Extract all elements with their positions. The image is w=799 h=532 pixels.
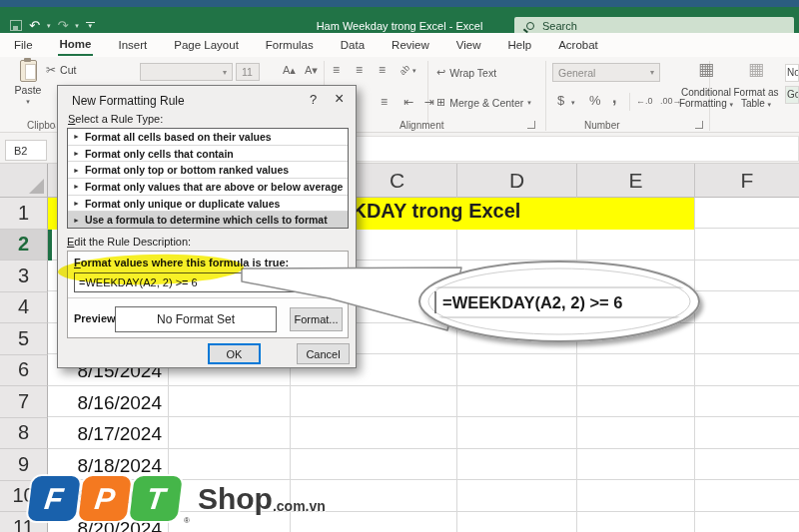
rule-type-list: ►Format all cells based on their values … bbox=[67, 128, 349, 229]
column-header-f[interactable]: F bbox=[694, 164, 799, 198]
tab-review[interactable]: Review bbox=[390, 35, 431, 55]
row-header-1[interactable]: 1 bbox=[0, 198, 48, 230]
cell-style-normal[interactable]: Normal bbox=[785, 64, 799, 82]
name-box[interactable]: B2 bbox=[5, 140, 47, 161]
number-format-select[interactable]: General ▾ bbox=[552, 63, 660, 82]
merge-dropdown-icon: ▾ bbox=[527, 99, 531, 107]
orientation-dropdown-icon[interactable]: ▾ bbox=[412, 67, 416, 75]
select-all-triangle-icon bbox=[29, 179, 44, 194]
edit-description-label: Edit the Rule Description: bbox=[67, 236, 191, 248]
row-header-6[interactable]: 6 bbox=[0, 355, 48, 387]
increase-font-icon[interactable]: A▴ bbox=[283, 64, 296, 77]
wrap-text-button[interactable]: ↩ Wrap Text bbox=[436, 66, 496, 79]
wrap-text-label: Wrap Text bbox=[449, 67, 496, 79]
undo-dropdown-icon[interactable]: ▾ bbox=[47, 22, 51, 30]
row-header-8[interactable]: 8 bbox=[0, 418, 48, 450]
tab-data[interactable]: Data bbox=[339, 35, 367, 55]
row-header-2[interactable]: 2 bbox=[0, 230, 48, 262]
rule-type-text: Format only values that are above or bel… bbox=[85, 181, 344, 193]
orientation-icon[interactable]: ab bbox=[398, 63, 411, 77]
accounting-dropdown-icon[interactable]: ▾ bbox=[571, 99, 575, 107]
fpt-shop-text: Shop bbox=[198, 482, 273, 516]
redo-dropdown-icon[interactable]: ▾ bbox=[75, 22, 79, 30]
excel-window: ↶▾ ↷▾ ▾ Ham Weekday trong Excel - Excel … bbox=[0, 0, 799, 532]
new-formatting-rule-dialog: New Formatting Rule ? × Select a Rule Ty… bbox=[57, 85, 357, 368]
search-icon bbox=[526, 22, 534, 30]
merge-center-icon: ⊞ bbox=[436, 96, 445, 109]
decrease-font-icon[interactable]: A▾ bbox=[305, 64, 318, 77]
percent-style-icon[interactable]: % bbox=[589, 93, 601, 108]
customize-toolbar-icon[interactable]: ▾ bbox=[86, 22, 95, 29]
gridline bbox=[456, 198, 457, 532]
number-format-value: General bbox=[558, 67, 595, 79]
merge-center-button[interactable]: ⊞ Merge & Center ▾ bbox=[436, 96, 531, 109]
rule-type-text: Format all cells based on their values bbox=[85, 131, 272, 143]
clipboard-group-label: Clipboard bbox=[27, 120, 56, 131]
redo-icon[interactable]: ↷ bbox=[57, 18, 68, 33]
tab-home[interactable]: Home bbox=[58, 34, 94, 56]
select-all-corner[interactable] bbox=[0, 164, 48, 198]
collapse-dialog-icon[interactable]: ↥ bbox=[326, 272, 345, 292]
row-header-4[interactable]: 4 bbox=[0, 292, 48, 324]
fpt-letter-t: T bbox=[129, 476, 183, 521]
style-normal-label: Normal bbox=[787, 67, 799, 78]
decrease-indent-icon[interactable]: ⇤ bbox=[403, 95, 413, 109]
number-dialog-launcher-icon[interactable] bbox=[695, 121, 703, 129]
row-header-3[interactable]: 3 bbox=[0, 261, 48, 292]
style-good-label: Good bbox=[787, 89, 799, 100]
tab-help[interactable]: Help bbox=[506, 35, 534, 55]
format-as-table-button[interactable]: ▦ Format as Table ▾ bbox=[727, 61, 785, 110]
alignment-dialog-launcher-icon[interactable] bbox=[527, 121, 535, 129]
cell-date-row7[interactable]: 8/16/2024 bbox=[48, 387, 166, 419]
font-size-select[interactable]: 11 bbox=[236, 63, 260, 81]
align-bottom-icon[interactable]: ≡ bbox=[379, 63, 386, 77]
rule-type-option-6-selected[interactable]: ►Use a formula to determine which cells … bbox=[68, 212, 348, 228]
cell-date-row8[interactable]: 8/17/2024 bbox=[48, 418, 166, 450]
rule-arrow-icon: ► bbox=[73, 200, 80, 207]
rule-arrow-icon: ► bbox=[73, 183, 80, 190]
rule-arrow-icon: ► bbox=[73, 133, 80, 140]
tab-insert[interactable]: Insert bbox=[116, 35, 149, 55]
tab-view[interactable]: View bbox=[454, 35, 483, 55]
align-middle-icon[interactable]: ≡ bbox=[356, 63, 363, 77]
font-size-value: 11 bbox=[242, 66, 253, 78]
cell-style-good[interactable]: Good bbox=[785, 86, 799, 104]
tab-file[interactable]: File bbox=[12, 35, 35, 55]
undo-icon[interactable]: ↶ bbox=[29, 18, 40, 33]
rule-type-option-1[interactable]: ►Format all cells based on their values bbox=[68, 129, 348, 146]
save-icon[interactable] bbox=[10, 20, 22, 31]
font-name-select[interactable]: ▾ bbox=[140, 63, 233, 81]
tab-page-layout[interactable]: Page Layout bbox=[172, 35, 241, 55]
rule-arrow-icon: ► bbox=[73, 217, 80, 224]
format-as-table-icon: ▦ bbox=[727, 61, 785, 79]
tab-formulas[interactable]: Formulas bbox=[264, 35, 316, 55]
rule-type-option-2[interactable]: ►Format only cells that contain bbox=[68, 146, 348, 163]
name-box-value: B2 bbox=[14, 145, 27, 157]
ribbon-separator bbox=[545, 61, 546, 131]
column-header-e[interactable]: E bbox=[576, 164, 694, 198]
quick-access-toolbar: ↶▾ ↷▾ ▾ bbox=[10, 18, 95, 33]
rule-type-option-3[interactable]: ►Format only top or bottom ranked values bbox=[68, 162, 348, 179]
increase-indent-icon[interactable]: ⇥ bbox=[424, 95, 434, 109]
rule-type-option-4[interactable]: ►Format only values that are above or be… bbox=[68, 179, 348, 196]
rule-type-text: Use a formula to determine which cells t… bbox=[85, 214, 328, 226]
tab-acrobat[interactable]: Acrobat bbox=[556, 35, 600, 55]
window-top-strip bbox=[0, 0, 799, 7]
dialog-help-button[interactable]: ? bbox=[310, 92, 317, 107]
paste-button[interactable]: Paste ▾ bbox=[8, 60, 48, 120]
format-button[interactable]: Format... bbox=[290, 307, 343, 331]
rule-type-option-5[interactable]: ►Format only unique or duplicate values bbox=[68, 196, 348, 213]
increase-decimal-icon[interactable]: ←.0 bbox=[636, 96, 653, 106]
cut-button[interactable]: ✂ Cut bbox=[46, 63, 76, 77]
column-header-d[interactable]: D bbox=[456, 164, 576, 198]
align-top-icon[interactable]: ≡ bbox=[333, 63, 340, 77]
cancel-button[interactable]: Cancel bbox=[297, 343, 350, 364]
ok-button[interactable]: OK bbox=[208, 343, 261, 364]
gridline bbox=[576, 198, 577, 532]
comma-style-icon[interactable]: , bbox=[612, 89, 616, 107]
justify-icon[interactable]: ≡ bbox=[381, 95, 388, 109]
row-header-5[interactable]: 5 bbox=[0, 323, 48, 355]
dialog-close-button[interactable]: × bbox=[335, 90, 344, 108]
row-header-7[interactable]: 7 bbox=[0, 386, 48, 418]
accounting-format-icon[interactable]: $ bbox=[557, 93, 564, 108]
